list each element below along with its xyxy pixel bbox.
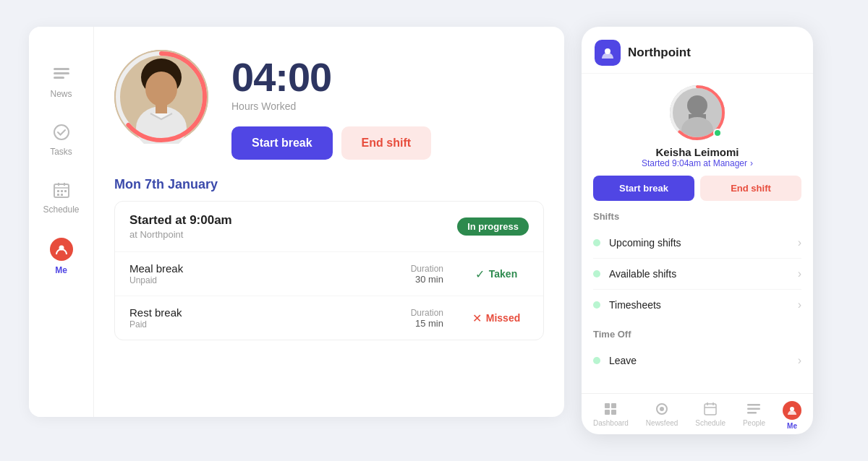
footer-me-icon <box>783 401 801 420</box>
shift-info: Started at 9:00am at Northpoint <box>129 213 232 240</box>
meal-duration-label: Duration <box>411 264 443 274</box>
timesheets-label: Timesheets <box>609 299 798 311</box>
svg-rect-28 <box>605 403 610 408</box>
footer-me[interactable]: Me <box>783 401 801 430</box>
svg-rect-38 <box>747 404 760 406</box>
leave-item[interactable]: Leave › <box>593 345 801 376</box>
time-area: 04:00 Hours Worked Start break End shift <box>231 50 544 160</box>
sidebar-item-tasks[interactable]: Tasks <box>35 113 88 165</box>
upcoming-dot <box>593 239 600 246</box>
phone-avatar-ring <box>670 85 725 140</box>
svg-point-3 <box>54 125 69 139</box>
start-break-button[interactable]: Start break <box>231 126 333 160</box>
app-icon <box>595 40 621 66</box>
check-icon: ✓ <box>475 267 485 281</box>
meal-break-status: ✓ Taken <box>464 267 529 281</box>
dashboard-icon <box>603 401 618 417</box>
rest-duration-label: Duration <box>411 308 443 318</box>
timesheets-dot <box>593 301 600 309</box>
available-shifts-item[interactable]: Available shifts › <box>593 259 801 290</box>
newsfeed-icon <box>654 401 670 417</box>
shifts-section-title: Shifts <box>593 211 801 222</box>
svg-rect-34 <box>705 404 716 415</box>
svg-rect-8 <box>57 190 59 192</box>
taken-status: Taken <box>489 268 517 280</box>
phone-start-break-button[interactable]: Start break <box>593 176 694 201</box>
sidebar-schedule-label: Schedule <box>43 204 79 215</box>
svg-rect-31 <box>611 410 616 415</box>
leave-label: Leave <box>609 355 798 366</box>
sidebar: News Tasks <box>29 27 94 417</box>
svg-rect-10 <box>64 190 67 192</box>
svg-rect-11 <box>57 194 59 196</box>
phone-end-shift-button[interactable]: End shift <box>700 176 801 201</box>
svg-rect-30 <box>605 410 610 415</box>
sidebar-item-schedule[interactable]: Schedule <box>35 171 88 223</box>
available-shifts-label: Available shifts <box>609 268 798 280</box>
missed-status: Missed <box>486 312 520 324</box>
tasks-icon <box>51 122 72 142</box>
meal-break-info: Meal break Unpaid <box>129 262 411 285</box>
svg-rect-0 <box>54 68 69 70</box>
me-icon <box>50 238 73 261</box>
footer-schedule-label: Schedule <box>695 419 726 427</box>
progress-arc <box>111 47 211 147</box>
profile-area: 04:00 Hours Worked Start break End shift <box>114 50 544 160</box>
phone-footer: Dashboard Newsfeed <box>582 393 813 434</box>
online-indicator <box>713 129 722 137</box>
rest-break-row: Rest break Paid Duration 15 min ✕ Missed <box>115 296 543 340</box>
sidebar-news-label: News <box>50 89 72 99</box>
footer-dashboard[interactable]: Dashboard <box>593 401 629 430</box>
leave-dot <box>593 357 600 364</box>
left-panel: News Tasks <box>29 27 564 417</box>
svg-rect-40 <box>747 412 757 414</box>
available-dot <box>593 270 600 277</box>
upcoming-shifts-item[interactable]: Upcoming shifts › <box>593 228 801 259</box>
rest-break-status: ✕ Missed <box>464 311 529 325</box>
shift-card: Started at 9:00am at Northpoint In progr… <box>114 201 544 340</box>
phone-avatar-wrap: Keisha Leimomi Started 9:04am at Manager… <box>593 85 801 168</box>
svg-point-33 <box>660 407 664 411</box>
phone-user-sub: Started 9:04am at Manager › <box>642 158 753 168</box>
shifts-section: Shifts Upcoming shifts › Available shift… <box>593 211 801 320</box>
svg-rect-39 <box>747 408 760 410</box>
footer-schedule[interactable]: Schedule <box>695 401 726 430</box>
rest-break-type: Paid <box>129 319 411 329</box>
sidebar-item-news[interactable]: News <box>35 56 88 108</box>
phone-body: Keisha Leimomi Started 9:04am at Manager… <box>582 74 813 393</box>
main-content-area: 04:00 Hours Worked Start break End shift… <box>94 27 564 417</box>
available-chevron-icon: › <box>798 267 801 280</box>
rest-break-duration: Duration 15 min <box>411 308 443 329</box>
sidebar-tasks-label: Tasks <box>50 147 72 157</box>
sidebar-me-label: Me <box>55 265 67 275</box>
footer-me-label: Me <box>787 422 797 430</box>
people-icon <box>746 401 762 417</box>
x-icon: ✕ <box>472 311 482 325</box>
phone-header: Northpoint <box>582 27 813 74</box>
rest-break-info: Rest break Paid <box>129 306 411 329</box>
schedule-icon <box>51 180 72 200</box>
footer-dashboard-label: Dashboard <box>593 419 629 427</box>
timesheets-chevron-icon: › <box>798 298 801 311</box>
meal-break-type: Unpaid <box>129 275 411 285</box>
timesheets-item[interactable]: Timesheets › <box>593 290 801 320</box>
phone-user-name: Keisha Leimomi <box>655 146 739 158</box>
main-container: News Tasks <box>29 27 839 434</box>
timeoff-section: Time Off Leave › <box>593 329 801 376</box>
footer-people[interactable]: People <box>743 401 765 430</box>
svg-rect-29 <box>611 403 616 408</box>
svg-rect-9 <box>61 190 63 192</box>
svg-rect-12 <box>61 194 63 196</box>
sidebar-item-me[interactable]: Me <box>35 229 88 284</box>
end-shift-button[interactable]: End shift <box>341 126 431 160</box>
footer-people-label: People <box>743 419 765 427</box>
meal-break-row: Meal break Unpaid Duration 30 min ✓ Take… <box>115 252 543 296</box>
hours-display: 04:00 <box>231 57 544 98</box>
meal-break-duration: Duration 30 min <box>411 264 443 285</box>
hours-label: Hours Worked <box>231 100 544 112</box>
footer-newsfeed-label: Newsfeed <box>646 419 678 427</box>
news-icon <box>51 64 72 85</box>
footer-newsfeed[interactable]: Newsfeed <box>646 401 678 430</box>
app-name: Northpoint <box>628 46 691 60</box>
timeoff-section-title: Time Off <box>593 329 801 340</box>
